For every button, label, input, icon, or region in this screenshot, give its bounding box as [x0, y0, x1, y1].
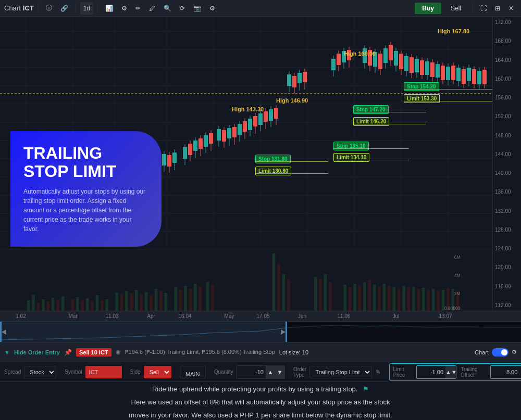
fullscreen-btn[interactable]: ⛶: [477, 2, 490, 15]
svg-rect-172: [472, 69, 476, 84]
trailing-offset-input[interactable]: [491, 366, 519, 378]
svg-rect-144: [399, 54, 403, 69]
replay-btn[interactable]: ⟳: [177, 2, 188, 15]
svg-rect-198: [135, 290, 138, 311]
svg-text:0.00000: 0.00000: [444, 306, 461, 311]
time-mar: Mar: [68, 313, 77, 319]
side-select[interactable]: Sell: [144, 366, 171, 378]
time-16-04: 16.04: [178, 313, 191, 319]
hide-order-entry-btn[interactable]: Hide Order Entry: [14, 349, 60, 355]
svg-rect-238: [427, 290, 430, 311]
gear-icon[interactable]: ⚙: [512, 349, 517, 355]
svg-rect-209: [194, 284, 197, 311]
svg-rect-210: [199, 287, 202, 311]
time-jun: Jun: [298, 313, 306, 319]
spread-select[interactable]: Stock: [24, 366, 56, 378]
quantity-down-btn[interactable]: ▼: [275, 366, 284, 378]
timeframe-btn[interactable]: 1d: [80, 2, 93, 15]
link-btn[interactable]: 🔗: [57, 2, 71, 15]
stop-147-line: [353, 112, 426, 112]
time-13-07: 13.07: [439, 313, 452, 319]
quantity-input[interactable]: [237, 366, 266, 378]
svg-rect-146: [404, 56, 408, 71]
close-btn[interactable]: ✕: [505, 2, 517, 15]
price-axis: 172.00 168.00 164.00 160.00 156.00 152.0…: [492, 17, 521, 311]
chart-toggle-label: Chart: [475, 349, 489, 355]
svg-rect-110: [269, 109, 273, 121]
svg-rect-186: [71, 299, 75, 311]
limit-price-input[interactable]: [417, 366, 445, 378]
svg-rect-182: [46, 301, 49, 311]
symbol-input[interactable]: [85, 366, 122, 378]
high-146-annotation: High 146.90: [276, 97, 308, 104]
buy-button[interactable]: Buy: [415, 3, 441, 14]
divider-2: [76, 3, 76, 14]
svg-text:6M: 6M: [454, 254, 461, 260]
svg-rect-74: [167, 155, 171, 167]
price-168: 168.00: [495, 38, 519, 44]
limit-153-box: Limit 153.30: [404, 94, 440, 103]
stop-131-line: [255, 161, 328, 162]
divider-r1: [473, 3, 473, 14]
svg-rect-178: [27, 300, 30, 311]
settings-btn[interactable]: ⚙: [206, 2, 218, 15]
pen-btn[interactable]: 🖊: [146, 2, 158, 15]
limit-134-box: Limit 134.10: [333, 153, 369, 162]
svg-rect-96: [232, 127, 237, 137]
price-116: 116.00: [495, 284, 519, 289]
svg-rect-251: [0, 322, 2, 342]
svg-rect-80: [188, 144, 192, 155]
svg-rect-92: [222, 130, 226, 142]
divider-1: [38, 3, 39, 14]
svg-rect-82: [193, 141, 197, 151]
price-132: 132.00: [495, 208, 519, 214]
limit-146-box: Limit 146.20: [353, 117, 389, 126]
time-11-06: 11.06: [337, 313, 350, 319]
time-may: May: [225, 313, 234, 319]
indicator-btn[interactable]: 📊: [102, 2, 116, 15]
chart-toggle-switch[interactable]: [492, 348, 508, 357]
search-btn[interactable]: 🔍: [160, 2, 175, 15]
svg-rect-114: [287, 74, 291, 86]
overlay-box: TRAILING STOP LIMIT Automatically adjust…: [10, 131, 162, 247]
sell-button[interactable]: Sell: [443, 3, 468, 14]
svg-rect-199: [140, 294, 143, 311]
svg-rect-195: [120, 294, 123, 311]
quantity-up-btn[interactable]: ▲: [266, 366, 275, 378]
svg-rect-222: [349, 287, 352, 311]
svg-rect-218: [319, 279, 322, 311]
navigator: [0, 321, 521, 342]
time-17-05: 17.05: [256, 313, 269, 319]
svg-rect-236: [417, 289, 420, 311]
svg-rect-142: [394, 51, 398, 66]
limit-price-up-btn[interactable]: ▲: [445, 366, 451, 378]
svg-rect-192: [101, 300, 104, 311]
stop-135-box: Stop 135.10: [333, 142, 369, 150]
main-group: MAIN: [180, 366, 206, 378]
trailing-offset-group: Trailing Offset % ▲ ▼: [461, 365, 521, 379]
svg-rect-223: [353, 284, 356, 311]
svg-rect-140: [389, 45, 393, 60]
circle-icon: ◉: [116, 349, 121, 355]
trailing-offset-stepper: % ▲ ▼: [490, 365, 521, 379]
svg-rect-170: [467, 68, 471, 81]
high-143-annotation: High 143.30: [232, 106, 264, 112]
caption-line3: moves in your favor. We also used a PHP …: [129, 410, 392, 420]
side-group: Side Sell: [130, 366, 171, 378]
main-tag: MAIN: [180, 366, 206, 378]
price-160: 160.00: [495, 76, 519, 82]
svg-rect-187: [76, 297, 79, 311]
svg-rect-168: [462, 69, 466, 84]
camera-btn[interactable]: 📷: [190, 2, 204, 15]
draw-btn[interactable]: ✏: [132, 2, 144, 15]
svg-rect-154: [425, 61, 429, 75]
settings-btn-2[interactable]: ⚙: [118, 2, 130, 15]
limit-price-down-btn[interactable]: ▼: [451, 366, 456, 378]
svg-rect-112: [274, 108, 278, 119]
layout-btn[interactable]: ⊞: [492, 2, 503, 15]
order-type-select[interactable]: Trailing Stop Limit: [309, 366, 372, 378]
svg-rect-202: [155, 289, 158, 311]
overlay-title: TRAILING STOP LIMIT: [23, 144, 146, 181]
info-btn[interactable]: ⓘ: [43, 2, 55, 15]
overlay-description: Automatically adjust your stops by using…: [23, 187, 146, 234]
